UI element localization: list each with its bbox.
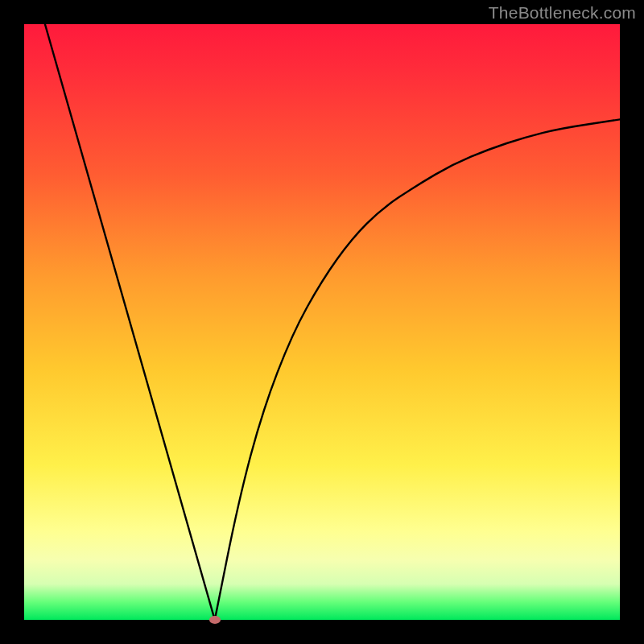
plot-area	[24, 24, 620, 620]
watermark-text: TheBottleneck.com	[489, 3, 636, 23]
chart-frame: TheBottleneck.com	[0, 0, 644, 644]
bottleneck-curve	[24, 24, 620, 620]
curve-path	[45, 24, 620, 620]
optimal-point-marker	[209, 616, 221, 624]
